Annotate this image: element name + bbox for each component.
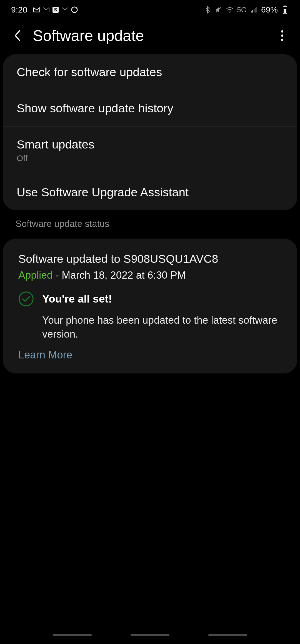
check-updates-item[interactable]: Check for software updates — [3, 54, 297, 90]
svg-rect-9 — [256, 7, 257, 13]
smart-updates-item[interactable]: Smart updates Off — [3, 127, 297, 174]
battery-percent: 69% — [261, 5, 278, 14]
samsung-app-icon: S — [52, 6, 59, 14]
svg-point-2 — [72, 7, 77, 13]
more-vert-icon — [281, 30, 284, 41]
circle-icon — [71, 6, 78, 14]
learn-more-link[interactable]: Learn More — [18, 349, 282, 361]
gmail-outline-icon — [42, 6, 50, 14]
chevron-left-icon — [14, 29, 22, 42]
svg-text:S: S — [54, 8, 57, 12]
show-history-label: Show software update history — [17, 101, 283, 115]
applied-dash: - — [52, 269, 62, 281]
check-circle-icon — [18, 291, 34, 308]
upgrade-assistant-item[interactable]: Use Software Upgrade Assistant — [3, 174, 297, 210]
settings-card: Check for software updates Show software… — [3, 54, 297, 210]
svg-rect-5 — [251, 11, 252, 13]
smart-updates-status: Off — [17, 153, 283, 163]
status-left: 9:20 S — [11, 5, 78, 14]
check-updates-label: Check for software updates — [17, 65, 283, 79]
bluetooth-icon — [204, 6, 211, 14]
gmail-icon-2 — [61, 6, 69, 14]
section-header: Software update status — [0, 210, 300, 235]
svg-rect-6 — [252, 10, 253, 13]
page-title: Software update — [33, 27, 276, 44]
svg-rect-12 — [284, 9, 286, 13]
software-version: Software updated to S908USQU1AVC8 — [18, 252, 282, 266]
svg-point-13 — [281, 30, 283, 33]
smart-updates-label: Smart updates — [17, 138, 283, 151]
nav-recent[interactable] — [53, 634, 92, 636]
gesture-nav-bar — [0, 634, 300, 636]
svg-point-4 — [229, 12, 230, 13]
nav-back[interactable] — [208, 634, 247, 636]
applied-date: March 18, 2022 at 6:30 PM — [62, 269, 186, 281]
all-set-row: You're all set! — [18, 291, 282, 308]
gmail-icon — [33, 6, 41, 14]
status-right: 5G 69% — [204, 5, 289, 14]
svg-rect-8 — [255, 8, 256, 13]
show-history-item[interactable]: Show software update history — [3, 90, 297, 127]
nav-home[interactable] — [131, 634, 169, 636]
wifi-icon — [226, 6, 234, 14]
all-set-text: You're all set! — [42, 291, 112, 307]
status-bar: 9:20 S 5G — [0, 0, 300, 19]
applied-row: Applied - March 18, 2022 at 6:30 PM — [18, 269, 282, 281]
svg-point-15 — [281, 39, 283, 41]
status-card: Software updated to S908USQU1AVC8 Applie… — [3, 239, 297, 373]
applied-label: Applied — [18, 269, 52, 281]
svg-point-14 — [281, 34, 283, 37]
svg-point-16 — [19, 292, 33, 306]
header: Software update — [0, 19, 300, 51]
upgrade-assistant-label: Use Software Upgrade Assistant — [17, 185, 283, 199]
status-detail: Your phone has been updated to the lates… — [18, 313, 282, 341]
battery-icon — [281, 6, 289, 14]
mute-icon — [215, 6, 222, 14]
network-type: 5G — [237, 6, 247, 14]
more-options-button[interactable] — [276, 29, 289, 42]
back-button[interactable] — [11, 29, 24, 42]
notification-icons: S — [33, 6, 78, 14]
svg-rect-7 — [254, 9, 254, 13]
status-time: 9:20 — [11, 5, 27, 14]
signal-icon — [250, 6, 258, 14]
